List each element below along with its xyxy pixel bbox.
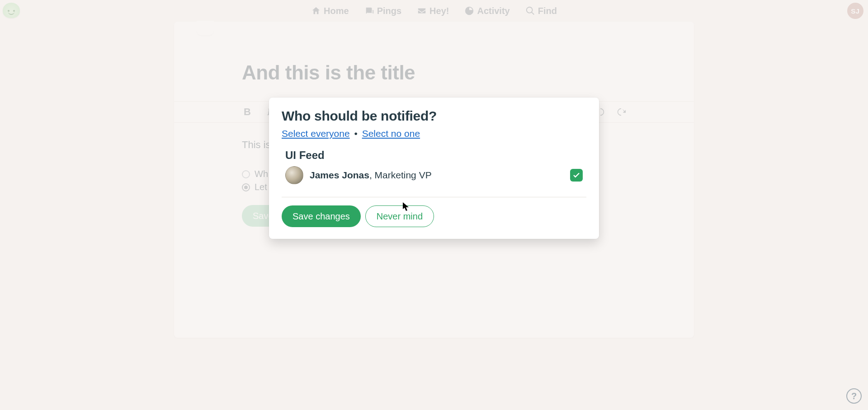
select-no-one-link[interactable]: Select no one <box>362 128 420 139</box>
help-button[interactable]: ? <box>846 388 862 404</box>
never-mind-label: Never mind <box>377 211 423 222</box>
notify-modal: Who should be notified? Select everyone … <box>269 98 599 239</box>
modal-actions: Save changes Never mind <box>282 205 586 227</box>
bulk-select-links: Select everyone • Select no one <box>282 128 586 139</box>
person-label: James Jonas, Marketing VP <box>310 170 432 181</box>
save-changes-label: Save changes <box>292 211 350 222</box>
person-title: Marketing VP <box>375 170 432 180</box>
select-everyone-link[interactable]: Select everyone <box>282 128 350 139</box>
never-mind-button[interactable]: Never mind <box>365 205 434 227</box>
person-checkbox[interactable] <box>570 169 583 182</box>
separator-dot: • <box>352 128 359 139</box>
modal-divider <box>282 197 586 197</box>
checkmark-icon <box>572 171 580 179</box>
person-name: James Jonas <box>310 170 369 180</box>
modal-heading: Who should be notified? <box>282 108 586 124</box>
person-avatar <box>285 166 303 184</box>
help-label: ? <box>851 391 857 401</box>
save-changes-button[interactable]: Save changes <box>282 205 361 227</box>
group-heading: UI Feed <box>285 149 586 162</box>
person-row[interactable]: James Jonas, Marketing VP <box>282 166 586 184</box>
